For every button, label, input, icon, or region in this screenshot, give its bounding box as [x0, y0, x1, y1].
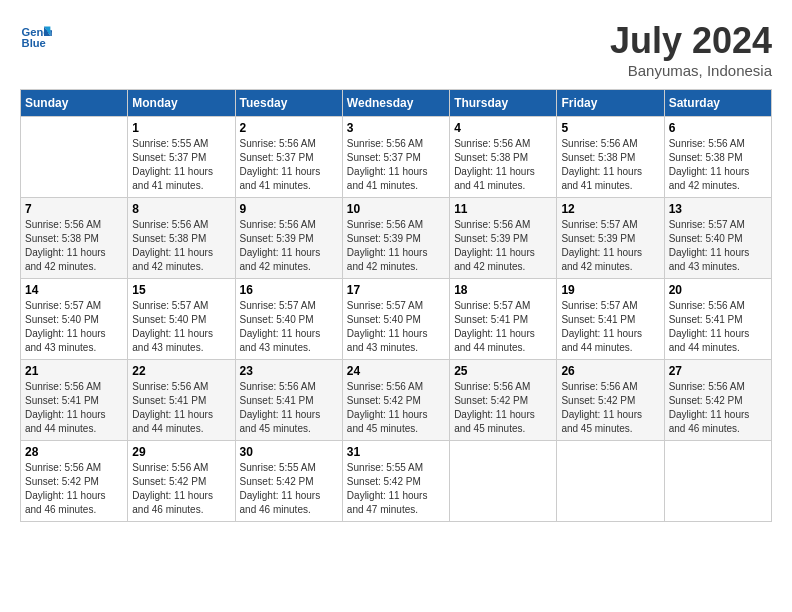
calendar-cell: 18Sunrise: 5:57 AM Sunset: 5:41 PM Dayli…: [450, 279, 557, 360]
day-info: Sunrise: 5:57 AM Sunset: 5:40 PM Dayligh…: [347, 299, 445, 355]
day-info: Sunrise: 5:55 AM Sunset: 5:42 PM Dayligh…: [240, 461, 338, 517]
col-header-saturday: Saturday: [664, 90, 771, 117]
calendar-cell: 28Sunrise: 5:56 AM Sunset: 5:42 PM Dayli…: [21, 441, 128, 522]
calendar-cell: 2Sunrise: 5:56 AM Sunset: 5:37 PM Daylig…: [235, 117, 342, 198]
day-number: 30: [240, 445, 338, 459]
day-number: 2: [240, 121, 338, 135]
calendar-cell: 22Sunrise: 5:56 AM Sunset: 5:41 PM Dayli…: [128, 360, 235, 441]
day-info: Sunrise: 5:56 AM Sunset: 5:38 PM Dayligh…: [561, 137, 659, 193]
day-info: Sunrise: 5:56 AM Sunset: 5:37 PM Dayligh…: [347, 137, 445, 193]
day-number: 29: [132, 445, 230, 459]
day-number: 4: [454, 121, 552, 135]
day-info: Sunrise: 5:56 AM Sunset: 5:37 PM Dayligh…: [240, 137, 338, 193]
calendar-cell: 29Sunrise: 5:56 AM Sunset: 5:42 PM Dayli…: [128, 441, 235, 522]
calendar-cell: 23Sunrise: 5:56 AM Sunset: 5:41 PM Dayli…: [235, 360, 342, 441]
calendar-cell: 25Sunrise: 5:56 AM Sunset: 5:42 PM Dayli…: [450, 360, 557, 441]
day-info: Sunrise: 5:56 AM Sunset: 5:41 PM Dayligh…: [240, 380, 338, 436]
day-number: 5: [561, 121, 659, 135]
calendar-cell: 9Sunrise: 5:56 AM Sunset: 5:39 PM Daylig…: [235, 198, 342, 279]
col-header-thursday: Thursday: [450, 90, 557, 117]
day-info: Sunrise: 5:56 AM Sunset: 5:38 PM Dayligh…: [132, 218, 230, 274]
logo-icon: General Blue: [20, 20, 52, 52]
day-number: 25: [454, 364, 552, 378]
day-number: 24: [347, 364, 445, 378]
calendar-cell: 17Sunrise: 5:57 AM Sunset: 5:40 PM Dayli…: [342, 279, 449, 360]
svg-text:Blue: Blue: [22, 37, 46, 49]
day-number: 10: [347, 202, 445, 216]
calendar-cell: 15Sunrise: 5:57 AM Sunset: 5:40 PM Dayli…: [128, 279, 235, 360]
day-number: 23: [240, 364, 338, 378]
calendar-cell: 19Sunrise: 5:57 AM Sunset: 5:41 PM Dayli…: [557, 279, 664, 360]
calendar-cell: 6Sunrise: 5:56 AM Sunset: 5:38 PM Daylig…: [664, 117, 771, 198]
day-info: Sunrise: 5:56 AM Sunset: 5:41 PM Dayligh…: [25, 380, 123, 436]
day-number: 7: [25, 202, 123, 216]
day-info: Sunrise: 5:56 AM Sunset: 5:38 PM Dayligh…: [454, 137, 552, 193]
col-header-monday: Monday: [128, 90, 235, 117]
day-number: 1: [132, 121, 230, 135]
day-number: 14: [25, 283, 123, 297]
day-info: Sunrise: 5:56 AM Sunset: 5:42 PM Dayligh…: [132, 461, 230, 517]
calendar-cell: 8Sunrise: 5:56 AM Sunset: 5:38 PM Daylig…: [128, 198, 235, 279]
day-info: Sunrise: 5:56 AM Sunset: 5:42 PM Dayligh…: [347, 380, 445, 436]
calendar-cell: 21Sunrise: 5:56 AM Sunset: 5:41 PM Dayli…: [21, 360, 128, 441]
day-number: 13: [669, 202, 767, 216]
day-number: 12: [561, 202, 659, 216]
calendar-cell: 5Sunrise: 5:56 AM Sunset: 5:38 PM Daylig…: [557, 117, 664, 198]
day-number: 21: [25, 364, 123, 378]
day-number: 16: [240, 283, 338, 297]
col-header-friday: Friday: [557, 90, 664, 117]
day-info: Sunrise: 5:56 AM Sunset: 5:39 PM Dayligh…: [454, 218, 552, 274]
day-number: 18: [454, 283, 552, 297]
day-info: Sunrise: 5:56 AM Sunset: 5:42 PM Dayligh…: [669, 380, 767, 436]
day-info: Sunrise: 5:56 AM Sunset: 5:42 PM Dayligh…: [454, 380, 552, 436]
calendar-cell: 27Sunrise: 5:56 AM Sunset: 5:42 PM Dayli…: [664, 360, 771, 441]
calendar-cell: 31Sunrise: 5:55 AM Sunset: 5:42 PM Dayli…: [342, 441, 449, 522]
day-info: Sunrise: 5:56 AM Sunset: 5:42 PM Dayligh…: [25, 461, 123, 517]
calendar-cell: [557, 441, 664, 522]
day-number: 15: [132, 283, 230, 297]
page-header: General Blue July 2024 Banyumas, Indones…: [20, 20, 772, 79]
day-info: Sunrise: 5:57 AM Sunset: 5:41 PM Dayligh…: [454, 299, 552, 355]
logo: General Blue: [20, 20, 52, 52]
calendar-cell: 26Sunrise: 5:56 AM Sunset: 5:42 PM Dayli…: [557, 360, 664, 441]
calendar-cell: 4Sunrise: 5:56 AM Sunset: 5:38 PM Daylig…: [450, 117, 557, 198]
day-number: 6: [669, 121, 767, 135]
calendar-cell: 24Sunrise: 5:56 AM Sunset: 5:42 PM Dayli…: [342, 360, 449, 441]
calendar-cell: 14Sunrise: 5:57 AM Sunset: 5:40 PM Dayli…: [21, 279, 128, 360]
col-header-tuesday: Tuesday: [235, 90, 342, 117]
day-info: Sunrise: 5:55 AM Sunset: 5:42 PM Dayligh…: [347, 461, 445, 517]
day-info: Sunrise: 5:57 AM Sunset: 5:40 PM Dayligh…: [669, 218, 767, 274]
day-info: Sunrise: 5:56 AM Sunset: 5:39 PM Dayligh…: [347, 218, 445, 274]
day-number: 28: [25, 445, 123, 459]
day-info: Sunrise: 5:56 AM Sunset: 5:41 PM Dayligh…: [132, 380, 230, 436]
col-header-wednesday: Wednesday: [342, 90, 449, 117]
col-header-sunday: Sunday: [21, 90, 128, 117]
calendar-table: SundayMondayTuesdayWednesdayThursdayFrid…: [20, 89, 772, 522]
location: Banyumas, Indonesia: [610, 62, 772, 79]
day-number: 17: [347, 283, 445, 297]
calendar-cell: 10Sunrise: 5:56 AM Sunset: 5:39 PM Dayli…: [342, 198, 449, 279]
title-block: July 2024 Banyumas, Indonesia: [610, 20, 772, 79]
day-info: Sunrise: 5:56 AM Sunset: 5:41 PM Dayligh…: [669, 299, 767, 355]
day-number: 27: [669, 364, 767, 378]
calendar-cell: [21, 117, 128, 198]
day-number: 3: [347, 121, 445, 135]
day-number: 19: [561, 283, 659, 297]
day-info: Sunrise: 5:57 AM Sunset: 5:41 PM Dayligh…: [561, 299, 659, 355]
calendar-cell: 11Sunrise: 5:56 AM Sunset: 5:39 PM Dayli…: [450, 198, 557, 279]
day-number: 8: [132, 202, 230, 216]
day-info: Sunrise: 5:56 AM Sunset: 5:39 PM Dayligh…: [240, 218, 338, 274]
calendar-cell: 13Sunrise: 5:57 AM Sunset: 5:40 PM Dayli…: [664, 198, 771, 279]
calendar-cell: [664, 441, 771, 522]
day-info: Sunrise: 5:57 AM Sunset: 5:40 PM Dayligh…: [132, 299, 230, 355]
day-info: Sunrise: 5:57 AM Sunset: 5:39 PM Dayligh…: [561, 218, 659, 274]
day-number: 22: [132, 364, 230, 378]
calendar-cell: 12Sunrise: 5:57 AM Sunset: 5:39 PM Dayli…: [557, 198, 664, 279]
calendar-cell: 20Sunrise: 5:56 AM Sunset: 5:41 PM Dayli…: [664, 279, 771, 360]
day-number: 20: [669, 283, 767, 297]
day-info: Sunrise: 5:55 AM Sunset: 5:37 PM Dayligh…: [132, 137, 230, 193]
day-number: 11: [454, 202, 552, 216]
day-number: 31: [347, 445, 445, 459]
day-number: 9: [240, 202, 338, 216]
calendar-cell: 16Sunrise: 5:57 AM Sunset: 5:40 PM Dayli…: [235, 279, 342, 360]
